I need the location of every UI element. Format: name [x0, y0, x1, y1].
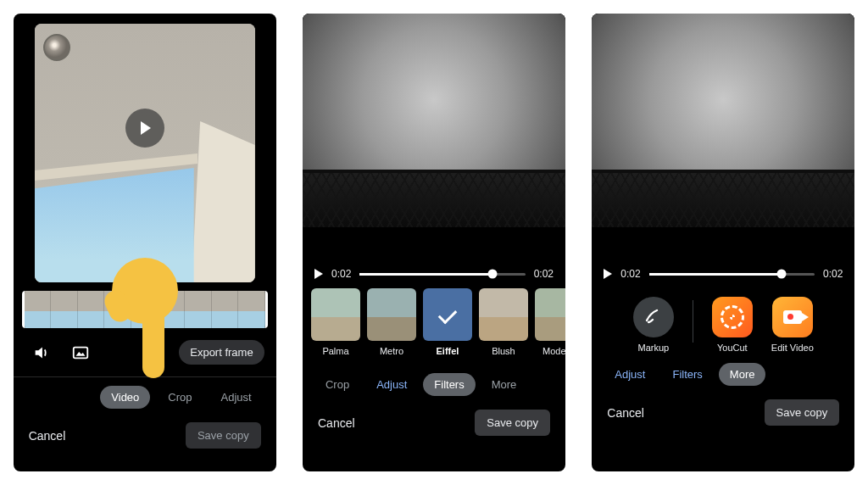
screen-more-tab: 0:02 0:02 Markup YouCut Edit Video	[592, 14, 854, 471]
export-frame-button[interactable]: Export frame	[179, 340, 264, 365]
video-preview-filtered[interactable]	[303, 14, 565, 259]
filter-modena[interactable]: Modena	[535, 288, 565, 356]
time-total: 0:02	[534, 268, 554, 280]
app-markup-label: Markup	[637, 343, 669, 353]
app-editvideo-label: Edit Video	[771, 343, 814, 353]
youcut-icon	[712, 297, 753, 337]
preview-ground	[592, 227, 854, 259]
volume-icon	[32, 343, 51, 362]
seek-track[interactable]	[359, 273, 525, 276]
seek-track[interactable]	[649, 273, 815, 276]
save-copy-button[interactable]: Save copy	[765, 399, 840, 426]
filter-metro[interactable]: Metro	[367, 288, 416, 356]
tab-more[interactable]: More	[481, 373, 528, 396]
apps-divider	[693, 300, 693, 343]
cancel-button[interactable]: Cancel	[318, 416, 355, 430]
filter-blush[interactable]: Blush	[479, 288, 528, 356]
filter-strip[interactable]: Palma Metro Eiffel Blush Modena	[303, 288, 565, 368]
tab-crop[interactable]: Crop	[314, 373, 360, 396]
seek-knob[interactable]	[487, 270, 497, 279]
app-youcut[interactable]: YouCut	[712, 297, 753, 353]
editvideo-icon	[772, 297, 813, 337]
tab-filters[interactable]: Filters	[423, 373, 475, 396]
edit-tabs: Crop Adjust Filters More	[303, 368, 565, 396]
video-preview-filtered[interactable]	[592, 14, 854, 259]
check-icon	[438, 305, 458, 325]
video-preview[interactable]	[35, 24, 255, 282]
tab-crop[interactable]: Crop	[157, 386, 203, 409]
save-copy-button[interactable]: Save copy	[186, 422, 261, 449]
cancel-button[interactable]: Cancel	[607, 406, 644, 420]
stabilize-icon	[71, 344, 90, 361]
screen-video-tab: Export frame Video Crop Adjust Cancel Sa…	[14, 14, 276, 471]
stabilize-button[interactable]	[70, 342, 92, 364]
external-apps-row: Markup YouCut Edit Video	[592, 288, 854, 358]
time-elapsed: 0:02	[620, 268, 640, 280]
play-icon	[141, 121, 151, 135]
video-progress-bar: 0:02 0:02	[592, 259, 854, 288]
filter-eiffel-selected[interactable]: Eiffel	[423, 288, 472, 356]
filter-palma[interactable]: Palma	[311, 288, 360, 356]
markup-icon	[633, 297, 674, 337]
save-copy-button[interactable]: Save copy	[475, 410, 550, 436]
tab-more[interactable]: More	[719, 363, 766, 386]
app-youcut-label: YouCut	[717, 343, 748, 353]
tab-adjust[interactable]: Adjust	[604, 363, 656, 386]
seek-knob[interactable]	[776, 270, 786, 279]
play-button-mini[interactable]	[604, 269, 612, 279]
video-progress-bar: 0:02 0:02	[303, 259, 565, 288]
play-button-mini[interactable]	[314, 269, 323, 279]
play-button[interactable]	[125, 109, 164, 148]
edit-tabs: Adjust Filters More	[592, 358, 854, 386]
cancel-button[interactable]: Cancel	[29, 429, 66, 443]
tab-video[interactable]: Video	[100, 386, 150, 409]
app-editvideo[interactable]: Edit Video	[771, 297, 814, 353]
mute-button[interactable]	[31, 342, 53, 364]
time-elapsed: 0:02	[331, 268, 351, 280]
preview-wall	[192, 121, 255, 282]
time-total: 0:02	[823, 268, 843, 280]
tab-adjust[interactable]: Adjust	[365, 373, 418, 396]
tab-filters[interactable]: Filters	[661, 363, 713, 386]
preview-ground	[303, 227, 565, 259]
preview-lamp	[43, 34, 70, 61]
screen-filters-tab: 0:02 0:02 Palma Metro Eiffel Blush Moden…	[303, 14, 565, 471]
app-markup[interactable]: Markup	[633, 297, 674, 353]
svg-rect-0	[73, 347, 87, 358]
pointer-hand-overlay	[107, 258, 183, 385]
tab-adjust[interactable]: Adjust	[210, 386, 263, 409]
filter-selected-icon	[423, 288, 472, 341]
